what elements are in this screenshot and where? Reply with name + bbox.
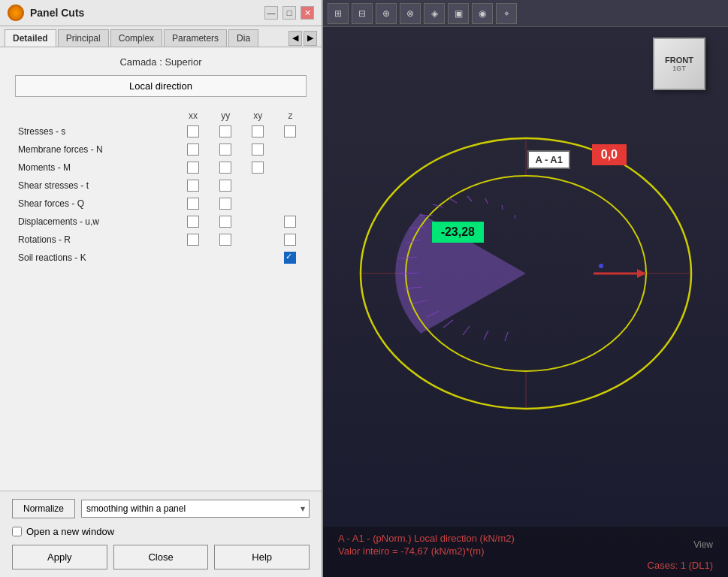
normalize-button[interactable]: Normalize xyxy=(12,499,75,518)
checkbox-yy-7[interactable] xyxy=(210,249,242,267)
col-header-z: z xyxy=(274,109,307,122)
row-label-1: Membrane forces - N xyxy=(15,140,177,159)
close-button[interactable]: Close xyxy=(113,545,209,569)
tab-bar: Detailed Principal Complex Parameters Di… xyxy=(0,26,322,47)
table-row: Stresses - s xyxy=(15,122,307,140)
checkbox-z-2[interactable] xyxy=(274,159,307,177)
checkbox-xx-6[interactable] xyxy=(177,231,210,249)
table-row: Shear stresses - t xyxy=(15,177,307,195)
tab-detailed[interactable]: Detailed xyxy=(5,29,56,47)
toolbar-icon-5[interactable]: ◈ xyxy=(424,3,445,24)
row-label-3: Shear stresses - t xyxy=(15,177,177,195)
ring-visualization xyxy=(323,45,728,502)
checkbox-xy-5[interactable] xyxy=(242,213,274,231)
table-row: Displacements - u,w xyxy=(15,213,307,231)
label-value-green: -23,28 xyxy=(432,222,484,243)
panel-content: Camada : Superior Local direction xx yy … xyxy=(0,47,322,491)
checkbox-xx-3[interactable] xyxy=(177,177,210,195)
svg-marker-27 xyxy=(637,269,646,278)
svg-line-14 xyxy=(443,320,453,328)
col-header-xx: xx xyxy=(177,109,210,122)
svg-line-17 xyxy=(505,332,508,341)
open-window-label: Open a new window xyxy=(26,526,114,537)
checkbox-z-7[interactable] xyxy=(274,249,307,267)
table-row: Soil reactions - K xyxy=(15,249,307,267)
tab-parameters[interactable]: Parameters xyxy=(164,29,227,47)
tab-next-button[interactable]: ▶ xyxy=(304,31,317,46)
info-line1: A - A1 - (pNorm.) Local direction (kN/m2… xyxy=(338,533,713,544)
checkbox-yy-1[interactable] xyxy=(210,140,242,159)
window-title: Panel Cuts xyxy=(30,7,84,19)
checkbox-yy-0[interactable] xyxy=(210,122,242,140)
svg-line-24 xyxy=(502,205,503,210)
checkbox-xx-5[interactable] xyxy=(177,213,210,231)
ring-svg xyxy=(346,93,706,454)
label-value-red: 0,0 xyxy=(592,144,627,165)
checkbox-xy-1[interactable] xyxy=(242,140,274,159)
toolbar-icon-8[interactable]: ⌖ xyxy=(496,3,517,24)
minimize-button[interactable]: — xyxy=(264,6,278,20)
tab-dia[interactable]: Dia xyxy=(228,29,258,47)
tab-prev-button[interactable]: ◀ xyxy=(288,31,302,46)
svg-point-28 xyxy=(599,264,603,268)
table-row: Moments - M xyxy=(15,159,307,177)
toolbar-icon-2[interactable]: ⊟ xyxy=(352,3,373,24)
view-label: View xyxy=(693,539,713,550)
checkbox-xx-0[interactable] xyxy=(177,122,210,140)
svg-line-21 xyxy=(449,198,457,203)
checkbox-yy-3[interactable] xyxy=(210,177,242,195)
tab-principal[interactable]: Principal xyxy=(58,29,109,47)
row-label-6: Rotations - R xyxy=(15,231,177,249)
table-row: Membrane forces - N xyxy=(15,140,307,159)
checkbox-xy-0[interactable] xyxy=(242,122,274,140)
smoothing-select[interactable]: smoothing within a panel xyxy=(81,500,310,518)
toolbar-icon-3[interactable]: ⊕ xyxy=(376,3,397,24)
checkbox-z-4[interactable] xyxy=(274,195,307,213)
svg-line-15 xyxy=(463,326,470,335)
toolbar-icon-6[interactable]: ▣ xyxy=(448,3,469,24)
checkbox-yy-2[interactable] xyxy=(210,159,242,177)
checkbox-xy-6[interactable] xyxy=(242,231,274,249)
toolbar-icon-4[interactable]: ⊗ xyxy=(400,3,421,24)
checkbox-yy-5[interactable] xyxy=(210,213,242,231)
toolbar-icon-7[interactable]: ◉ xyxy=(472,3,493,24)
checkbox-z-3[interactable] xyxy=(274,177,307,195)
checkbox-xy-2[interactable] xyxy=(242,159,274,177)
checkbox-z-0[interactable] xyxy=(274,122,307,140)
label-aa1: A - A1 xyxy=(527,150,570,169)
svg-line-22 xyxy=(467,196,472,201)
checkbox-xy-3[interactable] xyxy=(242,177,274,195)
apply-button[interactable]: Apply xyxy=(12,545,107,569)
checkbox-xy-4[interactable] xyxy=(242,195,274,213)
title-bar: Panel Cuts — □ ✕ xyxy=(0,0,322,26)
svg-line-16 xyxy=(484,331,488,340)
checkbox-xx-1[interactable] xyxy=(177,140,210,159)
restore-button[interactable]: □ xyxy=(282,6,296,20)
info-line2: Valor inteiro = -74,67 (kN/m2)*(m) xyxy=(338,545,713,557)
help-button[interactable]: Help xyxy=(214,545,310,569)
table-row: Rotations - R xyxy=(15,231,307,249)
checkbox-xx-7[interactable] xyxy=(177,249,210,267)
app-icon xyxy=(8,5,24,21)
checkbox-xy-7[interactable] xyxy=(242,249,274,267)
close-window-button[interactable]: ✕ xyxy=(301,6,314,20)
checkbox-xx-4[interactable] xyxy=(177,195,210,213)
toolbar-icon-1[interactable]: ⊞ xyxy=(328,3,349,24)
checkbox-z-5[interactable] xyxy=(274,213,307,231)
cases-label: Cases: 1 (DL1) xyxy=(338,560,713,571)
viewport-info: A - A1 - (pNorm.) Local direction (kN/m2… xyxy=(323,527,728,577)
checkbox-z-6[interactable] xyxy=(274,231,307,249)
tab-complex[interactable]: Complex xyxy=(110,29,162,47)
checkbox-yy-4[interactable] xyxy=(210,195,242,213)
viewport: ⊞ ⊟ ⊕ ⊗ ◈ ▣ ◉ ⌖ FRONT 1GT xyxy=(323,0,728,577)
row-label-4: Shear forces - Q xyxy=(15,195,177,213)
checkbox-z-1[interactable] xyxy=(274,140,307,159)
open-window-checkbox[interactable] xyxy=(12,527,22,536)
checkbox-xx-2[interactable] xyxy=(177,159,210,177)
checkbox-yy-6[interactable] xyxy=(210,231,242,249)
table-row: Shear forces - Q xyxy=(15,195,307,213)
col-header-xy: xy xyxy=(242,109,274,122)
camada-label: Camada : Superior xyxy=(15,56,307,68)
local-direction-button[interactable]: Local direction xyxy=(15,75,307,97)
svg-line-23 xyxy=(485,198,488,204)
